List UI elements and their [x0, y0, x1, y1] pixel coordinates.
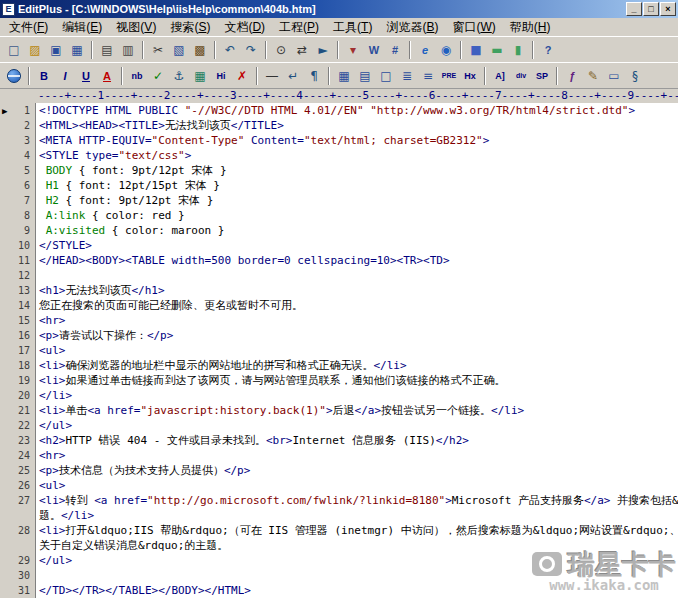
line-number[interactable]: 7 [0, 193, 36, 208]
line-number[interactable]: 22 [0, 418, 36, 433]
insert-link-icon[interactable]: A] [490, 66, 510, 86]
toggle-bookmark-icon[interactable]: ▾ [343, 40, 363, 60]
line-number[interactable]: 3 [0, 133, 36, 148]
menu-tools[interactable]: 工具(T) [326, 18, 379, 37]
insert-span-icon[interactable]: SP [532, 66, 552, 86]
view-in-browser-icon[interactable]: e [415, 40, 435, 60]
line-number[interactable]: 13 [0, 283, 36, 298]
code-line[interactable]: </li> [36, 388, 678, 403]
menu-view[interactable]: 视图(V) [109, 18, 163, 37]
line-number[interactable]: 23 [0, 433, 36, 448]
code-line[interactable]: <li>确保浏览器的地址栏中显示的网站地址的拼写和格式正确无误。</li> [36, 358, 678, 373]
line-number[interactable]: 25 [0, 463, 36, 478]
close-button[interactable]: × [660, 2, 676, 16]
menu-browser[interactable]: 浏览器(B) [379, 18, 445, 37]
insert-script-icon[interactable]: ƒ [562, 66, 582, 86]
line-number[interactable]: 20 [0, 388, 36, 403]
line-number[interactable]: 11 [0, 253, 36, 268]
replace-icon[interactable]: ⇄ [292, 40, 312, 60]
insert-table-cell-icon[interactable]: □ [376, 66, 396, 86]
code-line[interactable]: <META HTTP-EQUIV="Content-Type" Content=… [36, 133, 678, 148]
browser-window-icon[interactable]: ◉ [436, 40, 456, 60]
special-characters-icon[interactable]: § [625, 66, 645, 86]
line-numbers-icon[interactable]: # [385, 40, 405, 60]
font-color-icon[interactable]: A [97, 66, 117, 86]
bullet-list-icon[interactable]: ≡ [418, 66, 438, 86]
help-icon[interactable]: ? [538, 40, 558, 60]
preformatted-icon[interactable]: PRE [439, 66, 459, 86]
save-icon[interactable]: ▣ [46, 40, 66, 60]
line-number[interactable] [0, 538, 36, 553]
insert-comment-icon[interactable]: ✎ [583, 66, 603, 86]
heading-icon[interactable]: Hi [211, 66, 231, 86]
menu-window[interactable]: 窗口(W) [445, 18, 502, 37]
code-line[interactable]: <HTML><HEAD><TITLE>无法找到该页</TITLE> [36, 118, 678, 133]
line-number[interactable]: 10 [0, 238, 36, 253]
tile-vertical-icon[interactable]: ▮ [508, 40, 528, 60]
menu-help[interactable]: 帮助(H) [503, 18, 558, 37]
code-line[interactable]: <h1>无法找到该页</h1> [36, 283, 678, 298]
word-wrap-icon[interactable]: W [364, 40, 384, 60]
menu-edit[interactable]: 编辑(E) [55, 18, 109, 37]
open-folder-icon[interactable]: ▨ [25, 40, 45, 60]
code-line[interactable]: </HEAD><BODY><TABLE width=500 border=0 c… [36, 253, 678, 268]
copy-icon[interactable]: ▧ [169, 40, 189, 60]
insert-table-row-icon[interactable]: ▤ [355, 66, 375, 86]
paragraph-icon[interactable]: ¶ [304, 66, 324, 86]
line-number[interactable]: 9 [0, 223, 36, 238]
print-preview-icon[interactable]: ▥ [118, 40, 138, 60]
code-line[interactable]: <hr> [36, 313, 678, 328]
line-number[interactable]: 18 [0, 358, 36, 373]
insert-anchor-icon[interactable]: ⚓ [169, 66, 189, 86]
cascade-windows-icon[interactable]: ■ [466, 40, 486, 60]
code-line[interactable]: <STYLE type="text/css"> [36, 148, 678, 163]
insert-image-icon[interactable]: ▦ [190, 66, 210, 86]
code-line[interactable]: H1 { font: 12pt/15pt 宋体 } [36, 178, 678, 193]
line-number[interactable]: 31 [0, 583, 36, 598]
menu-document[interactable]: 文档(D) [217, 18, 272, 37]
editor-pane[interactable]: ▶1<!DOCTYPE HTML PUBLIC "-//W3C//DTD HTM… [0, 103, 678, 599]
paste-icon[interactable]: ▩ [190, 40, 210, 60]
line-number[interactable]: 15 [0, 313, 36, 328]
tile-horizontal-icon[interactable]: ▬ [487, 40, 507, 60]
code-line[interactable]: <h2>HTTP 错误 404 - 文件或目录未找到。<br>Internet … [36, 433, 678, 448]
minimize-button[interactable]: _ [626, 2, 642, 16]
code-line[interactable]: <hr> [36, 448, 678, 463]
code-line[interactable]: <!DOCTYPE HTML PUBLIC "-//W3C//DTD HTML … [36, 103, 678, 118]
line-number[interactable]: 24 [0, 448, 36, 463]
line-number[interactable]: 2 [0, 118, 36, 133]
code-line[interactable]: A:link { color: red } [36, 208, 678, 223]
line-number[interactable]: 27 [0, 493, 36, 508]
horizontal-rule-icon[interactable]: ― [262, 66, 282, 86]
code-line[interactable]: <p>请尝试以下操作：</p> [36, 328, 678, 343]
line-number[interactable]: 21 [0, 403, 36, 418]
line-number[interactable]: 6 [0, 178, 36, 193]
maximize-button[interactable]: □ [643, 2, 659, 16]
code-line[interactable]: <p>技术信息（为技术支持人员提供）</p> [36, 463, 678, 478]
code-line[interactable]: </STYLE> [36, 238, 678, 253]
insert-table-icon[interactable]: ▦ [334, 66, 354, 86]
menu-search[interactable]: 搜索(S) [163, 18, 217, 37]
code-line[interactable]: <li>如果通过单击链接而到达了该网页，请与网站管理员联系，通知他们该链接的格式… [36, 373, 678, 388]
print-icon[interactable]: ▤ [97, 40, 117, 60]
line-number[interactable]: 17 [0, 343, 36, 358]
browser-preview-icon[interactable] [7, 69, 21, 83]
spell-check-icon[interactable]: ✓ [148, 66, 168, 86]
delete-tag-icon[interactable]: ✗ [232, 66, 252, 86]
line-number[interactable]: 5 [0, 163, 36, 178]
code-line[interactable]: 题。</li> [36, 508, 678, 523]
code-line[interactable]: BODY { font: 9pt/12pt 宋体 } [36, 163, 678, 178]
line-number[interactable]: 16 [0, 328, 36, 343]
code-line[interactable]: <li>转到 <a href="http://go.microsoft.com/… [36, 493, 678, 508]
numbered-list-icon[interactable]: ≣ [397, 66, 417, 86]
code-line[interactable]: <ul> [36, 343, 678, 358]
line-number[interactable] [0, 508, 36, 523]
line-number[interactable]: 14 [0, 298, 36, 313]
menu-file[interactable]: 文件(F) [2, 18, 55, 37]
code-line[interactable]: 您正在搜索的页面可能已经删除、更名或暂时不可用。 [36, 298, 678, 313]
line-number[interactable]: 19 [0, 373, 36, 388]
line-break-icon[interactable]: ↵ [283, 66, 303, 86]
code-line[interactable]: H2 { font: 9pt/12pt 宋体 } [36, 193, 678, 208]
insert-div-icon[interactable]: div [511, 66, 531, 86]
find-next-icon[interactable]: ► [313, 40, 333, 60]
